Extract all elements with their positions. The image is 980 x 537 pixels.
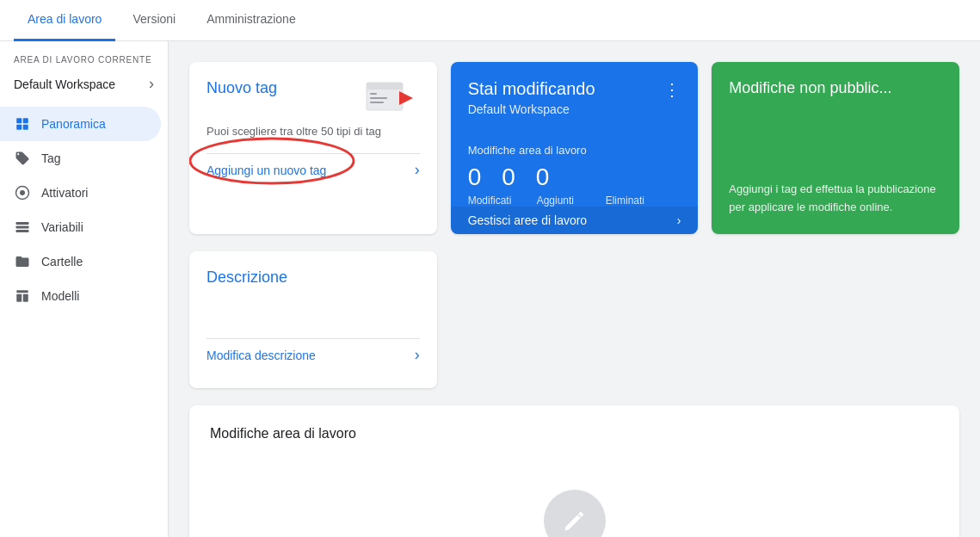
workspace-section: AREA DI LAVORO CORRENTE Default Workspac… <box>0 48 168 107</box>
tab-admin[interactable]: Amministrazione <box>193 0 309 41</box>
sidebar-item-label: Attivatori <box>41 186 88 200</box>
tag-icon <box>14 150 31 167</box>
editing-stats: Modifiche area di lavoro 0 0 0 Modificat… <box>468 130 681 207</box>
bottom-card: Modifiche area di lavoro Non sono presen… <box>189 405 959 537</box>
new-tag-image <box>365 79 420 117</box>
new-tag-header: Nuovo tag <box>206 79 420 117</box>
svg-rect-6 <box>16 222 29 225</box>
new-tag-title: Nuovo tag <box>206 79 277 97</box>
unpublished-card: Modifiche non pubblic... Aggiungi i tag … <box>712 62 959 234</box>
svg-rect-0 <box>16 118 22 123</box>
sidebar-item-modelli[interactable]: Modelli <box>0 279 161 313</box>
svg-rect-11 <box>23 294 28 302</box>
svg-rect-7 <box>16 226 29 229</box>
empty-icon <box>544 490 606 537</box>
svg-rect-1 <box>23 118 28 123</box>
svg-rect-14 <box>370 93 377 95</box>
workspace-name: Default Workspace <box>14 77 115 91</box>
stats-label: Modifiche area di lavoro <box>468 144 681 157</box>
description-title: Descrizione <box>206 268 420 287</box>
sidebar-item-cartelle[interactable]: Cartelle <box>0 244 161 279</box>
arrow-right-icon: › <box>415 346 420 364</box>
svg-rect-2 <box>16 125 22 130</box>
editing-title: Stai modificando <box>468 79 595 99</box>
svg-rect-9 <box>16 290 28 293</box>
sidebar-item-panoramica[interactable]: Panoramica <box>0 107 161 141</box>
svg-rect-16 <box>370 102 384 103</box>
folder-icon <box>14 253 31 270</box>
empty-state: Non sono presenti modifiche in quest'are… <box>210 462 939 537</box>
top-nav: Area di lavoro Versioni Amministrazione <box>0 0 980 41</box>
more-options-icon[interactable]: ⋮ <box>663 79 681 100</box>
edit-description-label: Modifica descrizione <box>206 349 316 362</box>
add-tag-link[interactable]: Aggiungi un nuovo tag › <box>206 153 420 186</box>
sidebar-item-label: Cartelle <box>41 255 83 268</box>
label-modified: Modificati <box>468 194 520 207</box>
unpublished-title: Modifiche non pubblic... <box>729 79 942 97</box>
description-card: Descrizione Modifica descrizione › <box>189 251 437 388</box>
svg-rect-3 <box>23 125 28 130</box>
stat-modified: 0 <box>468 164 482 191</box>
editing-header: Stai modificando Default Workspace ⋮ <box>468 79 681 116</box>
svg-rect-10 <box>16 294 22 302</box>
manage-workspaces-label: Gestisci aree di lavoro <box>468 213 588 227</box>
main-content: Nuovo tag Puoi scegliere tra oltre 50 ti… <box>169 41 980 537</box>
circle-annotation <box>189 135 358 187</box>
sidebar-item-label: Variabili <box>41 220 83 234</box>
sidebar-item-variabili[interactable]: Variabili <box>0 210 161 244</box>
editing-title-block: Stai modificando Default Workspace <box>468 79 595 116</box>
stat-labels: Modificati Aggiunti Eliminati <box>468 194 681 207</box>
arrow-right-icon: › <box>677 213 681 227</box>
sidebar-item-label: Panoramica <box>41 117 106 131</box>
editing-subtitle: Default Workspace <box>468 102 595 116</box>
tab-workspace[interactable]: Area di lavoro <box>14 0 115 41</box>
tab-versions[interactable]: Versioni <box>119 0 189 41</box>
template-icon <box>14 287 31 305</box>
variable-icon <box>14 219 31 236</box>
new-tag-desc: Puoi scegliere tra oltre 50 tipi di tag <box>206 124 420 139</box>
unpublished-desc: Aggiungi i tag ed effettua la pubblicazi… <box>729 181 942 217</box>
manage-workspaces-link[interactable]: Gestisci aree di lavoro › <box>451 207 699 234</box>
layout: AREA DI LAVORO CORRENTE Default Workspac… <box>0 41 980 537</box>
workspace-label: AREA DI LAVORO CORRENTE <box>14 55 154 65</box>
trigger-icon <box>14 184 31 201</box>
edit-description-link[interactable]: Modifica descrizione › <box>206 338 420 371</box>
sidebar: AREA DI LAVORO CORRENTE Default Workspac… <box>0 41 169 537</box>
grid-icon <box>14 115 31 133</box>
cards-row: Nuovo tag Puoi scegliere tra oltre 50 ti… <box>189 62 959 234</box>
svg-rect-15 <box>370 97 387 99</box>
stats-numbers: 0 0 0 <box>468 164 681 191</box>
svg-point-5 <box>20 190 25 195</box>
sidebar-item-tag[interactable]: Tag <box>0 141 161 176</box>
stat-added: 0 <box>502 164 515 191</box>
pencil-icon <box>559 505 590 536</box>
bottom-card-title: Modifiche area di lavoro <box>210 426 939 441</box>
editing-card: Stai modificando Default Workspace ⋮ Mod… <box>451 62 699 234</box>
stat-deleted: 0 <box>536 164 550 191</box>
label-added: Aggiunti <box>537 194 589 207</box>
sidebar-item-label: Modelli <box>41 289 79 303</box>
sidebar-item-label: Tag <box>41 151 61 165</box>
sidebar-item-attivatori[interactable]: Attivatori <box>0 176 161 210</box>
label-deleted: Eliminati <box>606 194 657 207</box>
add-tag-label: Aggiungi un nuovo tag <box>206 164 326 177</box>
new-tag-card: Nuovo tag Puoi scegliere tra oltre 50 ti… <box>189 62 437 234</box>
workspace-selector[interactable]: Default Workspace › <box>14 71 154 96</box>
svg-rect-8 <box>16 230 29 232</box>
svg-marker-17 <box>399 91 413 105</box>
arrow-right-icon: › <box>415 161 420 179</box>
svg-rect-13 <box>367 83 403 90</box>
chevron-right-icon: › <box>149 75 154 93</box>
